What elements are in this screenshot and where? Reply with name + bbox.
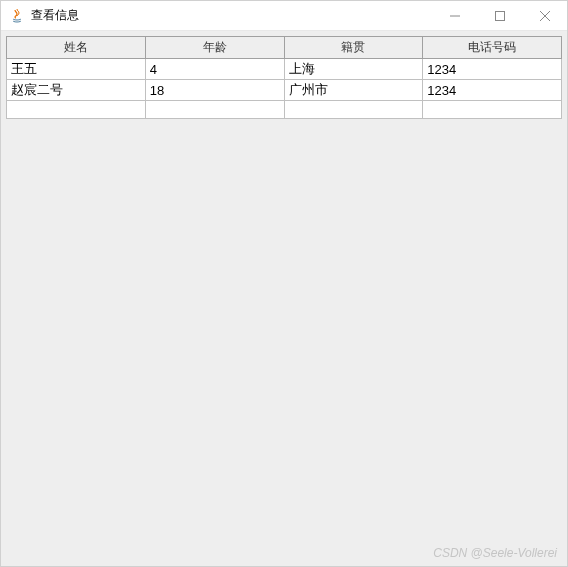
cell-phone[interactable] — [423, 101, 562, 119]
table-row[interactable]: 赵宸二号 18 广州市 1234 — [7, 80, 562, 101]
table-row[interactable]: 王五 4 上海 1234 — [7, 59, 562, 80]
table-row[interactable] — [7, 101, 562, 119]
cell-phone[interactable]: 1234 — [423, 59, 562, 80]
cell-age[interactable]: 4 — [145, 59, 284, 80]
cell-name[interactable]: 赵宸二号 — [7, 80, 146, 101]
titlebar[interactable]: 查看信息 — [1, 1, 567, 31]
window-title: 查看信息 — [31, 7, 432, 24]
cell-origin[interactable]: 上海 — [284, 59, 423, 80]
svg-rect-1 — [495, 11, 504, 20]
minimize-button[interactable] — [432, 1, 477, 30]
cell-origin[interactable]: 广州市 — [284, 80, 423, 101]
close-button[interactable] — [522, 1, 567, 30]
cell-phone[interactable]: 1234 — [423, 80, 562, 101]
data-table[interactable]: 姓名 年龄 籍贯 电话号码 王五 4 上海 1234 赵宸二号 — [6, 36, 562, 119]
cell-name[interactable] — [7, 101, 146, 119]
watermark-text: CSDN @Seele-Vollerei — [433, 546, 557, 560]
window-controls — [432, 1, 567, 30]
data-table-wrap: 姓名 年龄 籍贯 电话号码 王五 4 上海 1234 赵宸二号 — [6, 36, 562, 119]
cell-origin[interactable] — [284, 101, 423, 119]
maximize-button[interactable] — [477, 1, 522, 30]
content-area: 姓名 年龄 籍贯 电话号码 王五 4 上海 1234 赵宸二号 — [1, 31, 567, 566]
col-header-phone[interactable]: 电话号码 — [423, 37, 562, 59]
col-header-name[interactable]: 姓名 — [7, 37, 146, 59]
cell-age[interactable] — [145, 101, 284, 119]
window-frame: 查看信息 姓名 年龄 籍贯 电话号码 — [0, 0, 568, 567]
col-header-origin[interactable]: 籍贯 — [284, 37, 423, 59]
cell-age[interactable]: 18 — [145, 80, 284, 101]
cell-name[interactable]: 王五 — [7, 59, 146, 80]
col-header-age[interactable]: 年龄 — [145, 37, 284, 59]
java-icon — [9, 8, 25, 24]
table-header-row: 姓名 年龄 籍贯 电话号码 — [7, 37, 562, 59]
